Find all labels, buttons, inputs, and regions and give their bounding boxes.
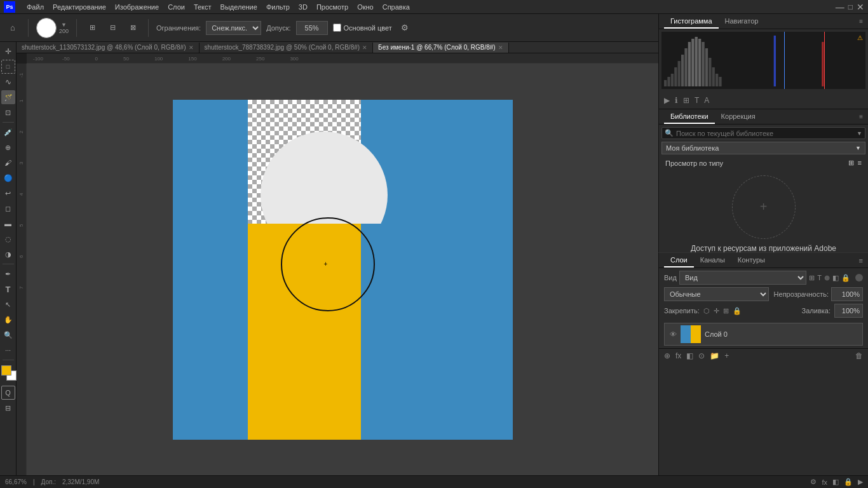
gradient-tool[interactable]: ▬ bbox=[1, 217, 15, 231]
pen-tool[interactable]: ✒ bbox=[1, 267, 15, 281]
brush-preview[interactable] bbox=[36, 18, 57, 38]
status-icon-1[interactable]: ⚙ bbox=[810, 478, 817, 486]
tab-0-close[interactable]: ✕ bbox=[189, 44, 194, 51]
layer-0-item[interactable]: 👁 Слой 0 bbox=[664, 323, 863, 346]
layer-icon-5[interactable]: 🔒 bbox=[841, 274, 850, 282]
eyedropper-tool[interactable]: 💉 bbox=[1, 125, 15, 139]
canvas-area[interactable]: + bbox=[27, 64, 658, 475]
screen-mode-icon[interactable]: ⊟ bbox=[1, 401, 15, 415]
menu-file[interactable]: Файл bbox=[27, 3, 44, 11]
brush-tool[interactable]: 🖌 bbox=[1, 156, 15, 170]
zoom-tool[interactable]: 🔍 bbox=[1, 328, 15, 342]
delete-layer-icon[interactable]: 🗑 bbox=[855, 351, 863, 360]
layer-icon-4[interactable]: ◧ bbox=[832, 274, 839, 282]
filter-toggle[interactable] bbox=[855, 274, 863, 281]
menu-layers[interactable]: Слои bbox=[168, 3, 185, 11]
lock-all-icon[interactable]: 🔒 bbox=[733, 307, 742, 315]
tab-0[interactable]: shutterstock_1130573132.jpg @ 48,6% (Сло… bbox=[17, 43, 200, 53]
more-tools[interactable]: ··· bbox=[1, 343, 15, 357]
link-icon[interactable]: ⊕ bbox=[664, 351, 670, 360]
info-icon[interactable]: ℹ bbox=[675, 96, 678, 105]
menu-help[interactable]: Справка bbox=[383, 3, 410, 11]
window-minimize-icon[interactable]: — bbox=[836, 2, 844, 12]
filter-select[interactable]: Вид bbox=[679, 271, 806, 285]
tab-libraries[interactable]: Библиотеки bbox=[664, 110, 715, 124]
panel-menu-icon[interactable]: ≡ bbox=[859, 18, 863, 25]
layer-icon-1[interactable]: ⊞ bbox=[809, 274, 815, 282]
mode-icon1[interactable]: ⊞ bbox=[85, 20, 100, 36]
add-circle[interactable]: + bbox=[732, 175, 796, 239]
my-library-dropdown[interactable]: Моя библиотека ▼ bbox=[661, 142, 865, 154]
mask-icon[interactable]: ◧ bbox=[686, 351, 693, 360]
status-icon-5[interactable]: ▶ bbox=[858, 478, 863, 486]
hand-tool[interactable]: ✋ bbox=[1, 313, 15, 327]
tab-correction[interactable]: Коррекция bbox=[715, 110, 762, 124]
panel-icon-4[interactable]: A bbox=[704, 96, 709, 105]
main-color-checkbox[interactable] bbox=[333, 24, 341, 32]
tab-layers[interactable]: Слои bbox=[664, 254, 694, 268]
mode-icon2[interactable]: ⊟ bbox=[105, 20, 120, 36]
menu-edit[interactable]: Редактирование bbox=[53, 3, 106, 11]
eraser-tool[interactable]: ◻ bbox=[1, 201, 15, 215]
path-tool[interactable]: ↖ bbox=[1, 297, 15, 311]
fg-color-swatch[interactable] bbox=[1, 365, 11, 376]
menu-image[interactable]: Изображение bbox=[115, 3, 159, 11]
play-icon[interactable]: ▶ bbox=[664, 96, 670, 105]
tab-1-close[interactable]: ✕ bbox=[362, 44, 367, 51]
mode-icon3[interactable]: ⊠ bbox=[125, 20, 140, 36]
view-by-type-dropdown[interactable]: Просмотр по типу ⊞ ≡ bbox=[661, 157, 865, 169]
history-tool[interactable]: ↩ bbox=[1, 186, 15, 200]
list-view-icon[interactable]: ≡ bbox=[858, 159, 862, 167]
lock-artboard-icon[interactable]: ⊞ bbox=[723, 307, 729, 315]
lib-panel-menu-icon[interactable]: ≡ bbox=[859, 113, 863, 120]
status-icon-2[interactable]: fx bbox=[822, 478, 827, 486]
tab-navigator[interactable]: Навигатор bbox=[719, 15, 765, 29]
menu-3d[interactable]: 3D bbox=[299, 3, 308, 11]
menu-select[interactable]: Выделение bbox=[220, 3, 257, 11]
window-restore-icon[interactable]: □ bbox=[848, 3, 853, 11]
heal-tool[interactable]: ⊕ bbox=[1, 140, 15, 154]
new-layer-icon[interactable]: + bbox=[724, 351, 729, 360]
menu-filter[interactable]: Фильтр bbox=[266, 3, 290, 11]
fill-input[interactable] bbox=[834, 304, 863, 318]
color-swatches[interactable] bbox=[1, 365, 15, 382]
layer-icon-2[interactable]: T bbox=[817, 274, 822, 282]
grid-view-icon[interactable]: ⊞ bbox=[848, 159, 854, 167]
type-tool[interactable]: T bbox=[1, 282, 15, 296]
layer-icon-3[interactable]: ⊕ bbox=[824, 274, 830, 282]
tab-2[interactable]: Без имени-1 @ 66,7% (Слой 0, RGB/8#) ✕ bbox=[373, 43, 509, 53]
tolerance-input[interactable] bbox=[296, 21, 328, 35]
dodge-tool[interactable]: ◑ bbox=[1, 247, 15, 261]
tab-paths[interactable]: Контуры bbox=[731, 254, 771, 268]
stamp-tool[interactable]: 🔵 bbox=[1, 171, 15, 185]
magic-wand-tool[interactable]: 🪄 bbox=[1, 90, 15, 104]
panel-icon-2[interactable]: ⊞ bbox=[683, 96, 689, 105]
quick-mask-icon[interactable]: Q bbox=[1, 386, 15, 400]
tab-channels[interactable]: Каналы bbox=[694, 254, 731, 268]
tab-2-close[interactable]: ✕ bbox=[498, 44, 503, 51]
crop-tool[interactable]: ⊡ bbox=[1, 105, 15, 119]
home-icon[interactable]: ⌂ bbox=[5, 20, 20, 36]
settings-icon[interactable]: ⚙ bbox=[397, 20, 412, 36]
layers-panel-menu-icon[interactable]: ≡ bbox=[859, 257, 863, 264]
menu-window[interactable]: Окно bbox=[357, 3, 374, 11]
status-icon-4[interactable]: 🔒 bbox=[844, 478, 853, 486]
lasso-tool[interactable]: ∿ bbox=[1, 75, 15, 89]
blend-mode-select[interactable]: Обычные bbox=[664, 287, 769, 301]
lock-position-icon[interactable]: ✛ bbox=[714, 307, 719, 315]
window-close-icon[interactable]: ✕ bbox=[857, 2, 864, 12]
panel-icon-3[interactable]: T bbox=[695, 96, 699, 105]
adjustment-icon[interactable]: ⊙ bbox=[698, 351, 705, 360]
library-search-input[interactable] bbox=[676, 130, 854, 137]
effects-icon[interactable]: fx bbox=[675, 351, 681, 360]
select-tool[interactable]: □ bbox=[1, 60, 15, 74]
menu-view[interactable]: Просмотр bbox=[316, 3, 348, 11]
constraint-select[interactable]: Снеж.пикс. bbox=[206, 21, 261, 35]
lock-pixels-icon[interactable]: ⬡ bbox=[703, 307, 710, 315]
status-icon-3[interactable]: ◧ bbox=[832, 478, 839, 486]
folder-layer-icon[interactable]: 📁 bbox=[710, 351, 719, 360]
move-tool[interactable]: ✛ bbox=[1, 44, 15, 58]
opacity-input[interactable] bbox=[831, 287, 863, 301]
menu-text[interactable]: Текст bbox=[194, 3, 212, 11]
layer-visibility-icon[interactable]: 👁 bbox=[670, 330, 677, 338]
